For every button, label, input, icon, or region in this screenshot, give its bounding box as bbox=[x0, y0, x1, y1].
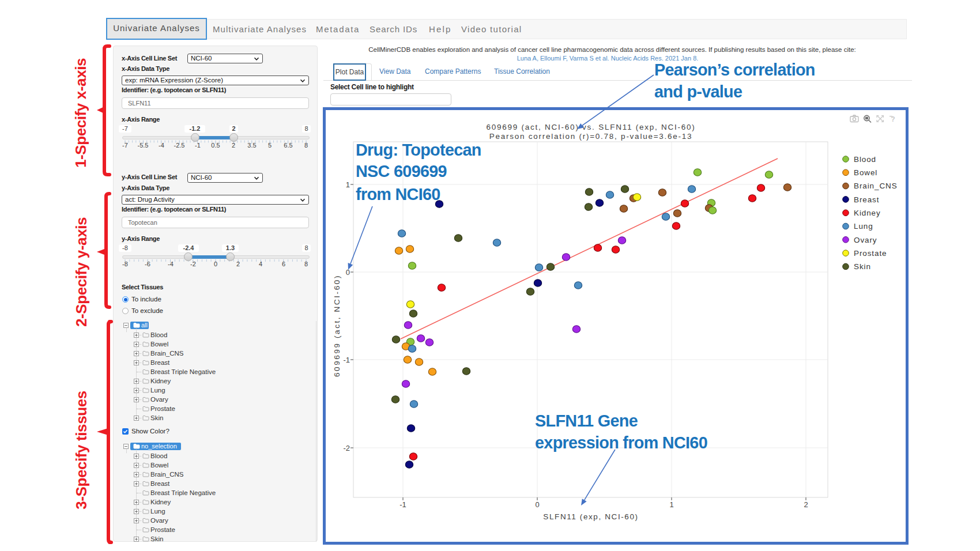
svg-text:Brain_CNS: Brain_CNS bbox=[854, 182, 898, 190]
svg-text:-2: -2 bbox=[343, 444, 350, 452]
svg-text:NSC 609699: NSC 609699 bbox=[356, 162, 447, 180]
svg-text:SLFN11 (exp, NCI-60): SLFN11 (exp, NCI-60) bbox=[543, 512, 638, 521]
svg-text:Pearson correlation (r)=0.78,: Pearson correlation (r)=0.78, p-value=3.… bbox=[489, 132, 693, 141]
svg-text:Pearson’s correlation: Pearson’s correlation bbox=[654, 61, 815, 79]
svg-text:609699 (act, NCI-60): 609699 (act, NCI-60) bbox=[333, 274, 341, 377]
svg-text:Breast: Breast bbox=[854, 195, 879, 204]
svg-text:SLFN11 Gene: SLFN11 Gene bbox=[535, 412, 638, 430]
svg-text:2: 2 bbox=[804, 500, 808, 509]
svg-text:2-Specify y-axis: 2-Specify y-axis bbox=[73, 217, 90, 327]
svg-text:Ovary: Ovary bbox=[854, 236, 877, 244]
svg-text:1: 1 bbox=[669, 500, 673, 509]
svg-text:Lung: Lung bbox=[854, 222, 873, 231]
svg-text:?: ? bbox=[891, 116, 895, 124]
svg-text:from NCI60: from NCI60 bbox=[356, 185, 440, 203]
svg-text:1: 1 bbox=[346, 180, 350, 189]
svg-text:0: 0 bbox=[346, 268, 350, 277]
svg-text:Drug: Topotecan: Drug: Topotecan bbox=[356, 141, 481, 159]
svg-text:0: 0 bbox=[535, 500, 539, 509]
svg-text:3-Specify tissues: 3-Specify tissues bbox=[73, 391, 90, 510]
svg-text:Blood: Blood bbox=[854, 155, 876, 164]
svg-text:609699 (act, NCI-60) vs. SLFN1: 609699 (act, NCI-60) vs. SLFN11 (exp, NC… bbox=[487, 123, 696, 131]
svg-text:Prostate: Prostate bbox=[854, 249, 887, 258]
svg-text:expression from NCI60: expression from NCI60 bbox=[535, 433, 707, 452]
svg-text:-1: -1 bbox=[343, 356, 350, 364]
svg-text:Bowel: Bowel bbox=[854, 168, 877, 177]
svg-text:and p-value: and p-value bbox=[654, 82, 742, 101]
svg-text:-1: -1 bbox=[399, 500, 406, 509]
svg-text:Kidney: Kidney bbox=[854, 209, 881, 217]
svg-text:1-Specify x-axis: 1-Specify x-axis bbox=[72, 58, 89, 168]
svg-text:Skin: Skin bbox=[854, 262, 871, 271]
